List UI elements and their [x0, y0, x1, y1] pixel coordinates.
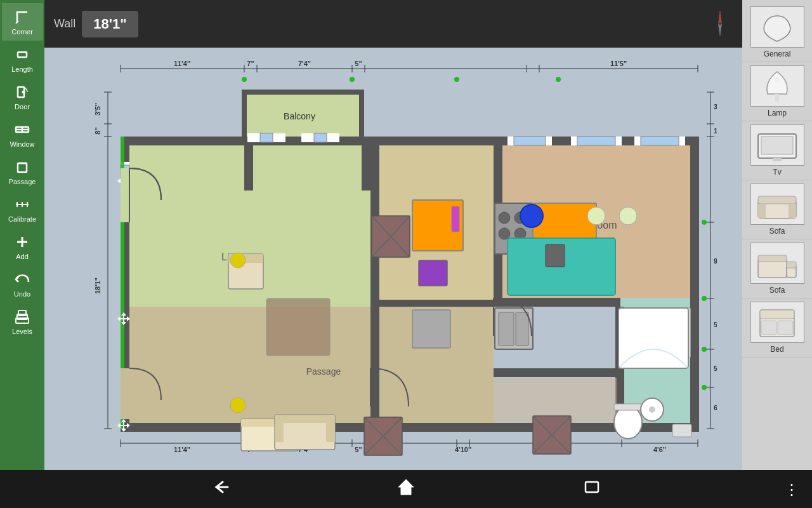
- svg-rect-210: [761, 321, 776, 335]
- bottom-bar: ⋮: [0, 470, 812, 508]
- svg-text:11'4": 11'4": [174, 60, 190, 67]
- svg-marker-119: [117, 178, 121, 184]
- svg-point-149: [230, 398, 246, 413]
- svg-rect-189: [326, 423, 335, 442]
- svg-rect-199: [773, 158, 782, 161]
- svg-point-167: [587, 207, 605, 225]
- svg-text:18'1": 18'1": [94, 277, 102, 294]
- svg-text:11'5": 11'5": [610, 60, 627, 67]
- svg-text:6'10": 6'10": [714, 404, 717, 411]
- svg-rect-84: [244, 140, 253, 190]
- svg-rect-203: [789, 204, 796, 218]
- svg-text:5': 5': [714, 321, 717, 328]
- svg-rect-192: [121, 168, 129, 222]
- svg-marker-131: [117, 423, 121, 428]
- nav-recents-button[interactable]: [582, 477, 602, 501]
- svg-text:4'6": 4'6": [653, 446, 666, 453]
- tool-calibrate[interactable]: Calibrate: [2, 190, 43, 228]
- svg-rect-79: [690, 137, 699, 432]
- svg-marker-212: [398, 479, 414, 495]
- wall-label: Wall: [54, 17, 75, 30]
- svg-text:5": 5": [355, 446, 362, 453]
- svg-text:9'1": 9'1": [714, 257, 717, 265]
- nav-more-button[interactable]: ⋮: [784, 481, 799, 498]
- svg-text:3'5": 3'5": [94, 103, 102, 116]
- svg-rect-145: [266, 298, 330, 356]
- general-icon: [750, 6, 804, 48]
- svg-rect-97: [494, 368, 620, 377]
- svg-rect-93: [129, 307, 370, 423]
- tool-levels[interactable]: Levels: [2, 303, 43, 340]
- sofa1-icon: [750, 184, 804, 225]
- svg-rect-95: [370, 307, 379, 423]
- bed-label: Bed: [770, 345, 783, 354]
- svg-rect-7: [18, 163, 27, 172]
- svg-rect-188: [275, 423, 284, 442]
- tool-add[interactable]: Add: [2, 228, 43, 265]
- svg-point-141: [454, 77, 459, 82]
- svg-rect-91: [494, 298, 620, 307]
- svg-rect-175: [614, 404, 642, 410]
- furniture-sofa1[interactable]: Sofa: [742, 180, 812, 239]
- svg-rect-112: [641, 137, 679, 145]
- svg-point-139: [242, 77, 247, 82]
- compass: [704, 8, 736, 42]
- sofa1-label: Sofa: [769, 227, 785, 236]
- svg-point-159: [499, 228, 510, 239]
- svg-rect-1: [18, 52, 27, 57]
- right-panel: General Lamp Tv: [742, 0, 812, 470]
- tool-door[interactable]: Door: [2, 78, 43, 116]
- svg-text:3'5": 3'5": [714, 103, 717, 110]
- svg-rect-211: [778, 321, 793, 335]
- svg-text:4'10": 4'10": [455, 446, 471, 453]
- svg-rect-202: [758, 204, 766, 218]
- tool-length[interactable]: Length: [2, 41, 43, 78]
- tv-label: Tv: [773, 168, 781, 177]
- tool-passage[interactable]: Passage: [2, 153, 43, 190]
- svg-rect-187: [275, 415, 335, 423]
- svg-rect-164: [412, 310, 450, 348]
- nav-home-button[interactable]: [396, 477, 416, 501]
- svg-rect-163: [516, 312, 528, 345]
- svg-point-135: [702, 220, 707, 225]
- svg-text:5'9": 5'9": [714, 364, 717, 372]
- tool-corner[interactable]: Corner: [2, 3, 43, 41]
- svg-rect-207: [787, 262, 796, 268]
- lamp-icon: [750, 65, 804, 107]
- svg-point-142: [556, 77, 561, 82]
- svg-line-0: [16, 21, 18, 23]
- tv-icon: [750, 124, 804, 166]
- svg-point-174: [614, 406, 642, 439]
- svg-point-140: [350, 77, 355, 82]
- svg-marker-125: [117, 316, 121, 321]
- furniture-lamp[interactable]: Lamp: [742, 62, 812, 121]
- furniture-general[interactable]: General: [742, 3, 812, 62]
- svg-point-137: [702, 347, 707, 352]
- svg-rect-108: [514, 137, 546, 145]
- svg-rect-201: [758, 196, 796, 204]
- svg-rect-153: [419, 260, 447, 286]
- tool-undo[interactable]: Undo: [2, 265, 43, 303]
- svg-rect-198: [761, 137, 793, 154]
- furniture-bed[interactable]: Bed: [742, 298, 812, 358]
- furniture-tv[interactable]: Tv: [742, 121, 812, 180]
- svg-point-177: [649, 406, 655, 413]
- svg-rect-155: [452, 206, 459, 232]
- tool-window[interactable]: Window: [2, 116, 43, 153]
- svg-rect-85: [362, 140, 370, 190]
- svg-rect-194: [121, 368, 129, 419]
- svg-point-148: [230, 253, 246, 268]
- svg-point-196: [775, 77, 780, 83]
- svg-rect-104: [260, 133, 273, 142]
- svg-rect-209: [760, 310, 794, 319]
- svg-text:8": 8": [94, 127, 102, 134]
- wall-value: 18'1": [82, 11, 138, 37]
- floor-plan-area[interactable]: 11'4" 7" 7'4" 5" 11'5" 3'5" 8" 18'1" 3'5…: [44, 48, 742, 470]
- svg-point-138: [702, 385, 707, 390]
- sofa2-icon: [750, 243, 804, 284]
- top-bar: Wall 18'1": [44, 0, 749, 48]
- furniture-sofa2[interactable]: Sofa: [742, 239, 812, 298]
- nav-back-button[interactable]: [210, 477, 230, 501]
- bed-icon: [750, 302, 804, 343]
- general-label: General: [764, 50, 791, 58]
